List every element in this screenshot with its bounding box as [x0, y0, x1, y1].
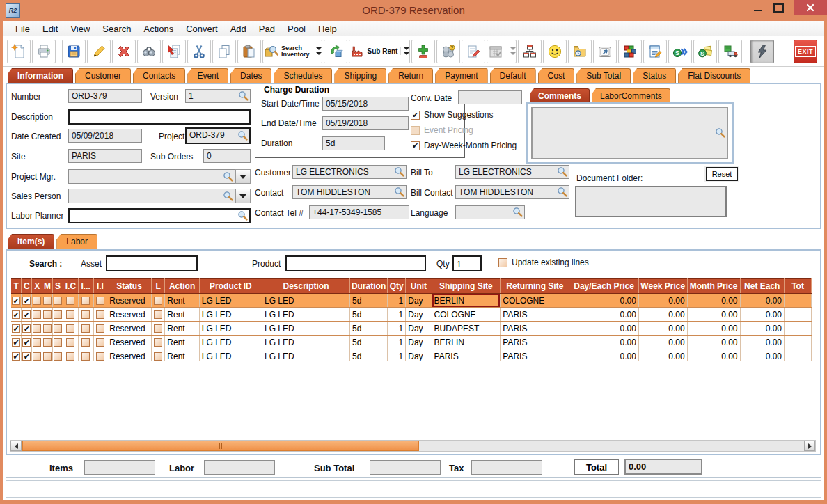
cell-net_each[interactable]: 0.00: [740, 294, 784, 308]
tab-cost[interactable]: Cost: [538, 68, 575, 84]
customer-field[interactable]: LG ELECTRONICS: [292, 165, 407, 179]
cell-tot[interactable]: [785, 294, 812, 308]
inventory-blocks-button[interactable]: [618, 40, 642, 63]
menu-view[interactable]: View: [64, 22, 96, 36]
cell-week_price[interactable]: 0.00: [638, 336, 687, 349]
t-row-checkbox[interactable]: [12, 324, 20, 333]
cell-net_each[interactable]: 0.00: [740, 322, 784, 336]
cell-i2[interactable]: [78, 308, 93, 322]
cell-unit[interactable]: Day: [406, 336, 432, 349]
labor-total-field[interactable]: [204, 460, 275, 475]
grid-col-returning-site[interactable]: Returning Site: [501, 279, 569, 294]
transfer-truck-button[interactable]: [718, 40, 742, 63]
minimize-button[interactable]: [748, 0, 767, 15]
close-button[interactable]: [794, 0, 827, 15]
x-row-checkbox[interactable]: [33, 324, 41, 333]
m-row-checkbox[interactable]: [43, 297, 52, 305]
sub-rent-button[interactable]: Sub Rent: [349, 40, 411, 63]
scroll-thumb[interactable]: [22, 441, 419, 451]
sales-person-dropdown[interactable]: [235, 189, 251, 203]
sub-orders-field[interactable]: 0: [203, 149, 251, 163]
cell-tot[interactable]: [785, 308, 812, 322]
search-icon[interactable]: [237, 130, 249, 141]
cell-s[interactable]: [53, 294, 63, 308]
cell-month_price[interactable]: 0.00: [687, 308, 740, 322]
start-date-field[interactable]: 05/15/2018: [322, 97, 409, 111]
cell-description[interactable]: LG LED: [262, 336, 350, 349]
contact-field[interactable]: TOM HIDDLESTON: [292, 185, 407, 199]
cell-action[interactable]: Rent: [165, 322, 199, 336]
grid-col-day-each-price[interactable]: Day/Each Price: [569, 279, 638, 294]
ic-row-checkbox[interactable]: [66, 338, 74, 347]
grid-col-product-id[interactable]: Product ID: [199, 279, 262, 294]
cell-month_price[interactable]: 0.00: [687, 294, 740, 308]
ii-row-checkbox[interactable]: [96, 297, 104, 305]
cell-ii[interactable]: [93, 349, 107, 361]
number-field[interactable]: ORD-379: [68, 89, 142, 103]
total-field[interactable]: 0.00: [624, 459, 702, 475]
cell-day_each_price[interactable]: 0.00: [569, 294, 638, 308]
reset-button[interactable]: Reset: [706, 167, 738, 181]
tab-laborcomments[interactable]: LaborComments: [592, 88, 670, 103]
cell-day_each_price[interactable]: 0.00: [569, 322, 638, 336]
grid-col-x[interactable]: X: [32, 279, 42, 294]
cell-returning_site[interactable]: PARIS: [501, 322, 569, 336]
cell-net_each[interactable]: 0.00: [740, 336, 784, 349]
show-suggestions-checkbox[interactable]: [411, 111, 420, 120]
description-input[interactable]: [72, 112, 247, 123]
product-input[interactable]: [290, 258, 423, 270]
search-icon[interactable]: [237, 210, 249, 221]
cell-tot[interactable]: [785, 336, 812, 349]
cell-status[interactable]: Reserved: [107, 308, 152, 322]
x-row-checkbox[interactable]: [33, 338, 41, 347]
search-icon[interactable]: [512, 207, 523, 218]
grid-row[interactable]: ReservedRentLG LEDLG LED5d1DayCOLOGNEPAR…: [11, 308, 812, 322]
items-total-field[interactable]: [84, 460, 155, 475]
cell-ic[interactable]: [63, 308, 78, 322]
cell-t[interactable]: [11, 322, 22, 336]
i2-row-checkbox[interactable]: [81, 338, 90, 347]
m-row-checkbox[interactable]: [43, 352, 52, 361]
cell-duration[interactable]: 5d: [349, 294, 387, 308]
cell-action[interactable]: Rent: [165, 294, 199, 308]
cell-ic[interactable]: [63, 349, 78, 361]
m-row-checkbox[interactable]: [43, 338, 52, 347]
edit-button[interactable]: [87, 40, 111, 63]
menu-convert[interactable]: Convert: [180, 22, 224, 36]
m-row-checkbox[interactable]: [43, 310, 52, 319]
cell-ii[interactable]: [93, 336, 107, 349]
items-hscrollbar[interactable]: [10, 440, 816, 452]
s-row-checkbox[interactable]: [54, 324, 62, 333]
c-row-checkbox[interactable]: [22, 297, 31, 305]
t-row-checkbox[interactable]: [12, 297, 20, 305]
search-icon[interactable]: [394, 187, 405, 198]
tab-item-s[interactable]: Item(s): [8, 234, 54, 249]
cell-tot[interactable]: [785, 349, 812, 361]
cell-product_id[interactable]: LG LED: [199, 322, 262, 336]
cell-action[interactable]: Rent: [165, 349, 199, 361]
cell-c[interactable]: [22, 349, 32, 361]
cell-shipping_site[interactable]: BUDAPEST: [432, 322, 501, 336]
cell-shipping_site[interactable]: PARIS: [432, 349, 501, 361]
cell-qty[interactable]: 1: [388, 336, 406, 349]
cell-x[interactable]: [32, 294, 42, 308]
cell-t[interactable]: [11, 308, 22, 322]
end-date-field[interactable]: 05/19/2018: [322, 116, 409, 130]
delete-button[interactable]: [112, 40, 136, 63]
cell-returning_site[interactable]: PARIS: [501, 336, 569, 349]
qty-input[interactable]: [457, 258, 478, 270]
project-field[interactable]: ORD-379: [185, 127, 251, 144]
comments-textarea[interactable]: [531, 107, 728, 159]
send-notes-button[interactable]: S: [693, 40, 717, 63]
title-bar[interactable]: R2 ORD-379 Reservation: [0, 0, 827, 21]
ii-row-checkbox[interactable]: [96, 338, 104, 347]
tab-schedules[interactable]: Schedules: [274, 68, 332, 84]
cell-month_price[interactable]: 0.00: [687, 336, 740, 349]
cell-shipping_site[interactable]: BERLIN: [432, 294, 501, 308]
x-row-checkbox[interactable]: [33, 297, 41, 305]
cell-week_price[interactable]: 0.00: [638, 349, 687, 361]
cell-status[interactable]: Reserved: [107, 322, 152, 336]
cell-s[interactable]: [53, 322, 63, 336]
cell-month_price[interactable]: 0.00: [687, 349, 740, 361]
cell-t[interactable]: [11, 349, 22, 361]
